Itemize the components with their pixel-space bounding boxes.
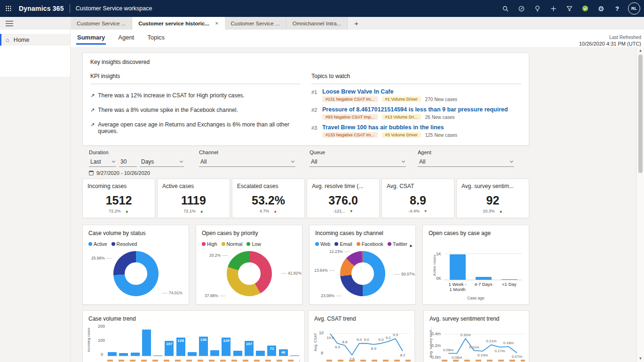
bar [107, 327, 117, 356]
app-launcher-waffle-icon[interactable] [0, 0, 17, 17]
legend-item[interactable]: High [202, 241, 217, 247]
legend-dot-icon [222, 242, 225, 246]
sidebar: ⌂ Home [0, 30, 71, 362]
chart-incoming-cases-by-channel: Incoming cases by channel WebEmailFacebo… [309, 225, 416, 305]
last-refreshed-value: 10/26/2020 4:31 PM (UTC) [579, 41, 641, 47]
vertical-scrollbar[interactable]: ▲ ▼ [636, 47, 644, 362]
insights-title: Key insights discovered [90, 59, 521, 65]
settings-gear-icon[interactable]: ⚙ [593, 0, 609, 17]
kpi-title: Avg. survey sentim... [461, 183, 527, 189]
duration-count-input[interactable] [119, 157, 137, 167]
legend-dot-icon [357, 242, 360, 246]
add-tab-button[interactable]: + [348, 17, 365, 30]
sidebar-item-home[interactable]: ⌂ Home [0, 34, 70, 46]
add-plus-icon[interactable] [545, 0, 561, 17]
chevron-down-icon [402, 159, 405, 163]
legend-item[interactable]: Resolved [111, 241, 137, 247]
kpi-change: -4.4%▼ [382, 209, 454, 213]
scrollbar-thumb[interactable] [638, 55, 643, 173]
calendar-icon [89, 171, 94, 175]
svg-text:0.06m: 0.06m [452, 355, 462, 360]
filter-agent: Agent All [418, 150, 514, 176]
chevron-down-icon [112, 159, 115, 163]
y-tick: 1K [436, 252, 441, 256]
topic-item: #1 Loose Brew Valve In Cafe #131 Negativ… [311, 88, 521, 102]
key-insights-card: Key insights discovered KPI insights ↗Th… [82, 53, 529, 146]
volume-driver-badge: #3 Volume Driver [382, 132, 421, 138]
kpi-title: Avg. resolve time (... [312, 183, 377, 189]
report-header: Summary Agent Topics Last Refreshed 10/2… [71, 30, 644, 47]
legend-item[interactable]: Low [246, 241, 261, 247]
legend-item[interactable]: Active [88, 241, 107, 247]
tab-summary[interactable]: Summary [76, 30, 106, 45]
bars: 1071281361291077246 [107, 327, 300, 356]
svg-text:9.5: 9.5 [393, 333, 398, 337]
bar [496, 253, 522, 280]
search-icon[interactable] [497, 0, 513, 17]
kpi-title: Avg. CSAT [387, 183, 452, 189]
kpi-title: Escalated cases [237, 183, 302, 189]
queue-dropdown[interactable]: All [310, 157, 406, 167]
tab-customer-service-1[interactable]: Customer Service ... [71, 17, 132, 30]
close-tab-icon[interactable]: ✕ [215, 21, 219, 26]
agent-dropdown[interactable]: All [418, 157, 514, 167]
topic-link[interactable]: Travel Brew 100 has air bubbles in the l… [322, 124, 457, 131]
scroll-up-icon[interactable]: ▲ [637, 48, 644, 53]
trend-arrow-icon: ▲ [125, 209, 129, 213]
negative-csat-badge: #93 Negative CSAT Imp... [322, 114, 378, 120]
topic-link[interactable]: Pressure of 8.46170121514594 is less tha… [322, 106, 508, 113]
legend-item[interactable]: Email [334, 241, 352, 247]
legend-item[interactable]: Twitter [388, 241, 407, 247]
y-axis-label: Active cases [432, 255, 437, 276]
report-view-tabs: Summary Agent Topics [76, 30, 166, 45]
kpi-change: -121...▼ [307, 209, 379, 213]
tab-label: Customer Service ... [77, 21, 126, 26]
chart-title: Avg. CSAT trend [314, 315, 409, 322]
tab-customer-service-2[interactable]: Customer Service ... [225, 17, 286, 30]
chart-case-volume-by-status: Case volume by status ActiveResolved 25.… [82, 225, 189, 305]
bar [233, 327, 243, 356]
duration-last-dropdown[interactable]: Last [89, 157, 116, 167]
filter-funnel-icon[interactable] [561, 0, 577, 17]
filter-channel: Channel All [199, 150, 295, 176]
svg-text:0.32m: 0.32m [460, 333, 471, 337]
presence-available-icon[interactable] [577, 0, 593, 17]
chart-legend: ActiveResolved [88, 241, 183, 247]
guidance-compass-icon[interactable] [513, 0, 529, 17]
help-icon[interactable]: ? [609, 0, 625, 17]
topic-item: #2 Pressure of 8.46170121514594 is less … [311, 106, 521, 120]
chevron-down-icon [510, 159, 513, 163]
channel-dropdown[interactable]: All [199, 157, 295, 167]
trend-up-right-icon: ↗ [90, 93, 95, 99]
svg-text:8.8: 8.8 [342, 340, 348, 344]
scroll-down-icon[interactable]: ▼ [637, 356, 644, 361]
svg-text:9.0: 9.0 [364, 338, 369, 342]
kpi-change: 4.7%▲ [232, 209, 304, 213]
tab-omnichannel-intraday[interactable]: Omnichannel Intra... [286, 17, 348, 30]
legend-item[interactable]: Normal [222, 241, 243, 247]
chart-avg-csat-trend: Avg. CSAT trend Avg. CSAT 10 8 10.09.08.… [308, 310, 415, 362]
app-name: Customer Service workspace [76, 5, 152, 12]
legend-more-icon[interactable]: ▶ [410, 244, 413, 248]
chart-title: Incoming cases by channel [315, 230, 410, 236]
lightbulb-icon[interactable] [529, 0, 545, 17]
slice-label-low: 20.2% [209, 253, 228, 258]
x-axis-line [107, 356, 300, 356]
home-icon: ⌂ [6, 37, 9, 43]
user-avatar[interactable]: RL [628, 2, 640, 15]
filter-label: Channel [199, 150, 295, 155]
kpi-insights-heading: KPI insights [90, 73, 300, 84]
bar: 72 [267, 327, 277, 356]
card-active-cases: Active cases 1119 72.1%▲ [157, 179, 230, 218]
slice-label-high: 41.82% [281, 271, 302, 275]
site-map-hamburger-icon[interactable] [0, 17, 19, 30]
tab-customer-service-historical[interactable]: Customer service historic... ✕ [132, 17, 224, 30]
tab-topics[interactable]: Topics [146, 30, 166, 45]
legend-item[interactable]: Web [315, 241, 330, 247]
chart-legend: WebEmailFacebookTwitter [315, 241, 410, 247]
x-axis-line [445, 280, 522, 280]
duration-unit-dropdown[interactable]: Days [140, 157, 184, 167]
tab-agent[interactable]: Agent [117, 30, 135, 45]
legend-item[interactable]: Facebook [357, 241, 383, 247]
topic-link[interactable]: Loose Brew Valve In Cafe [322, 88, 457, 95]
